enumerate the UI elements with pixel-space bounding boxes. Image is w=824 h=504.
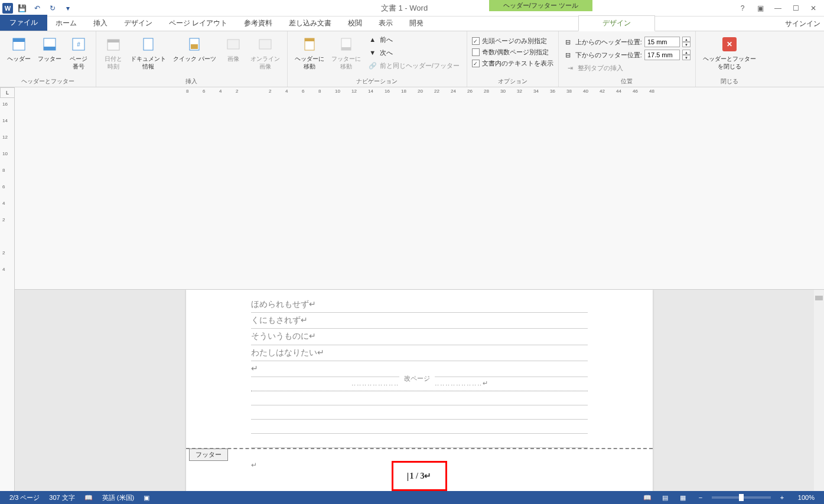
horizontal-ruler[interactable]: 8642246810121416182022242628303234363840… [15, 87, 824, 290]
tab-file[interactable]: ファイル [0, 15, 47, 31]
goto-header-button[interactable]: ヘッダーに 移動 [292, 34, 327, 71]
window-title: 文書 1 - Word [74, 3, 734, 14]
group-options: ✓先頭ページのみ別指定 奇数/偶数ページ別指定 ✓文書内のテキストを表示 オプシ… [467, 31, 559, 87]
next-icon: ▼ [368, 48, 377, 57]
contextual-tab-label: ヘッダー/フッター ツール [489, 0, 592, 11]
ribbon-tabs: ファイル ホーム 挿入 デザイン ページ レイアウト 参考資料 差し込み文書 校… [0, 17, 824, 31]
undo-icon[interactable]: ↶ [31, 2, 44, 15]
print-layout-icon[interactable]: ▤ [659, 492, 672, 503]
document-canvas[interactable]: ほめられもせず↵ くにもされず↵ そういうものに↵ わたしはなりたい↵ ↵ ‥‥… [15, 290, 824, 492]
svg-rect-14 [305, 38, 314, 41]
close-icon[interactable]: ✕ [805, 2, 822, 15]
title-bar: W 💾 ↶ ↻ ▾ 文書 1 - Word ヘッダー/フッター ツール ? ▣ … [0, 0, 824, 17]
date-time-button: 日付と 時刻 [101, 34, 126, 71]
ribbon: ヘッダー フッター # ページ 番号 ヘッダーとフッター 日付と 時刻 ドキュメ… [0, 31, 824, 87]
link-prev-button: 🔗前と同じヘッダー/フッター [366, 60, 462, 71]
online-pictures-icon [256, 35, 275, 54]
ruler-corner: L [0, 87, 15, 98]
doc-info-icon [139, 35, 158, 54]
text-line [251, 434, 588, 448]
tab-references[interactable]: 参考資料 [236, 16, 281, 31]
group-header-footer: ヘッダー フッター # ページ 番号 ヘッダーとフッター [0, 31, 96, 87]
save-icon[interactable]: 💾 [15, 2, 28, 15]
footer-position-icon: ⊟ [564, 50, 573, 60]
goto-footer-icon [337, 35, 356, 54]
header-button[interactable]: ヘッダー [5, 34, 33, 64]
zoom-level[interactable]: 100% [793, 494, 819, 501]
svg-text:#: # [77, 41, 80, 48]
tab-mailings[interactable]: 差し込み文書 [281, 16, 340, 31]
minimize-icon[interactable]: — [770, 2, 786, 15]
text-line [251, 405, 588, 420]
page-number-field[interactable]: 1 / 3↵ [392, 461, 448, 491]
header-top-input[interactable] [644, 37, 680, 47]
status-bar: 2/3 ページ 307 文字 📖 英語 (米国) ▣ 📖 ▤ ▦ − + 100… [0, 491, 824, 504]
help-icon[interactable]: ? [734, 2, 751, 15]
header-icon [9, 35, 28, 54]
quick-parts-button[interactable]: クイック パーツ [171, 34, 219, 64]
text-line: くにもされず↵ [251, 313, 588, 329]
web-layout-icon[interactable]: ▦ [676, 492, 689, 503]
tab-hf-design[interactable]: デザイン [578, 15, 655, 31]
text-line [251, 420, 588, 434]
tab-design[interactable]: デザイン [116, 16, 161, 31]
tab-home[interactable]: ホーム [47, 16, 85, 31]
status-page[interactable]: 2/3 ページ [5, 493, 44, 502]
nav-next-button[interactable]: ▼次へ [366, 47, 462, 58]
goto-header-icon [300, 35, 319, 54]
svg-rect-8 [144, 38, 153, 50]
maximize-icon[interactable]: ☐ [787, 2, 804, 15]
zoom-out-icon[interactable]: − [694, 492, 707, 503]
header-position-icon: ⊟ [564, 37, 573, 47]
align-tab-button: ⇥整列タブの挿入 [564, 62, 691, 74]
vertical-ruler[interactable]: 16141210864224 [0, 98, 15, 491]
page-number-button[interactable]: # ページ 番号 [66, 34, 91, 71]
status-words[interactable]: 307 文字 [44, 493, 79, 502]
svg-rect-16 [341, 47, 351, 50]
header-top-down[interactable]: ▼ [682, 42, 691, 47]
spellcheck-icon[interactable]: 📖 [80, 494, 97, 502]
footer-bottom-input[interactable] [644, 50, 680, 60]
tab-insert[interactable]: 挿入 [85, 16, 116, 31]
zoom-in-icon[interactable]: + [776, 492, 789, 503]
svg-rect-12 [259, 40, 271, 49]
group-navigation: ヘッダーに 移動 フッターに 移動 ▲前へ ▼次へ 🔗前と同じヘッダー/フッター… [288, 31, 467, 87]
qat-customize-icon[interactable]: ▾ [61, 2, 74, 15]
close-x-icon: ✕ [722, 37, 737, 51]
status-language[interactable]: 英語 (米国) [97, 493, 139, 502]
zoom-slider[interactable] [712, 496, 771, 499]
read-mode-icon[interactable]: 📖 [641, 492, 654, 503]
first-page-checkbox[interactable]: ✓先頭ページのみ別指定 [472, 36, 553, 46]
header-top-up[interactable]: ▲ [682, 37, 691, 42]
vertical-scrollbar[interactable] [814, 290, 824, 492]
footer-bottom-up[interactable]: ▲ [682, 50, 691, 55]
redo-icon[interactable]: ↻ [46, 2, 59, 15]
group-insert: 日付と 時刻 ドキュメント 情報 クイック パーツ 画像 オンライン 画像 挿入 [96, 31, 288, 87]
odd-even-checkbox[interactable]: 奇数/偶数ページ別指定 [472, 47, 553, 57]
show-text-checkbox[interactable]: ✓文書内のテキストを表示 [472, 58, 553, 68]
doc-info-button[interactable]: ドキュメント 情報 [128, 34, 168, 71]
macro-icon[interactable]: ▣ [139, 494, 154, 502]
calendar-icon [104, 35, 123, 54]
tab-review[interactable]: 校閲 [340, 16, 370, 31]
page-break: ‥‥‥‥‥‥‥‥‥改ページ‥‥‥‥‥‥‥‥‥↵ [251, 377, 588, 391]
close-hf-button[interactable]: ✕ ヘッダーとフッター を閉じる [701, 34, 758, 71]
signin-link[interactable]: サインイン [785, 19, 820, 29]
document-area: L 16141210864224 86422468101214161820222… [0, 87, 824, 491]
ribbon-options-icon[interactable]: ▣ [752, 2, 768, 15]
footer-area[interactable]: ↵ 1 / 3↵ [186, 449, 653, 491]
footer-bottom-down[interactable]: ▼ [682, 55, 691, 60]
svg-rect-1 [13, 38, 25, 42]
footer-button[interactable]: フッター [35, 34, 64, 64]
tab-developer[interactable]: 開発 [401, 16, 432, 31]
paragraph-mark: ↵ [251, 461, 257, 469]
quick-parts-icon [185, 35, 204, 54]
group-close: ✕ ヘッダーとフッター を閉じる 閉じる [696, 31, 763, 87]
nav-prev-button[interactable]: ▲前へ [366, 34, 462, 45]
tab-page-layout[interactable]: ページ レイアウト [161, 16, 236, 31]
tab-view[interactable]: 表示 [370, 16, 401, 31]
group-position: ⊟ 上からのヘッダー位置: ▲▼ ⊟ 下からのフッター位置: ▲▼ ⇥整列タブの… [559, 31, 696, 87]
text-line: ほめられもせず↵ [251, 297, 588, 313]
word-app-icon: W [2, 3, 13, 14]
online-pictures-button: オンライン 画像 [248, 34, 282, 71]
